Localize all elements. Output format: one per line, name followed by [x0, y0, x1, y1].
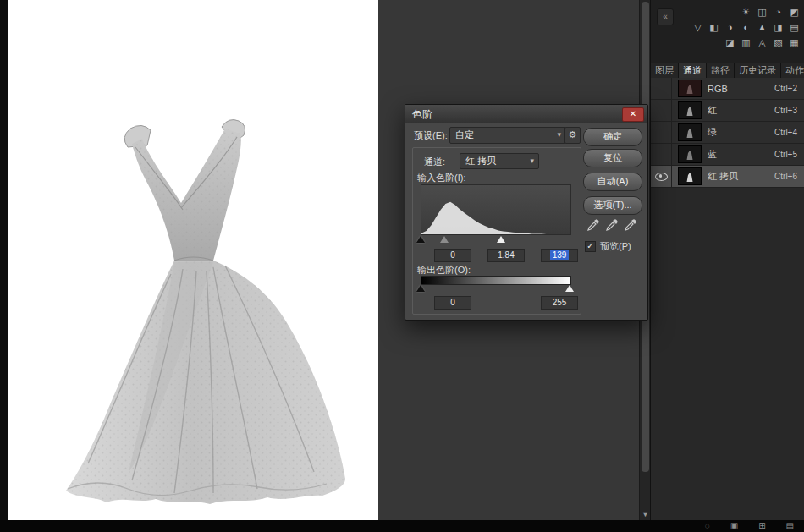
channels-footer: ◌ ▣ ⊞ ▤: [705, 520, 794, 532]
tab-history[interactable]: 历史记录: [735, 63, 781, 78]
levels-icon[interactable]: ◫: [756, 6, 768, 18]
preset-options-gear-icon[interactable]: ⚙: [564, 127, 581, 144]
selected-text: 139: [550, 250, 570, 260]
color-balance-icon[interactable]: ◑: [724, 21, 736, 33]
levels-dialog: 色阶 ✕ 预设(E): 自定 ⚙ 确定 复位 自动(A) 选项(T)...: [405, 104, 648, 321]
visibility-toggle[interactable]: [651, 100, 672, 121]
channel-shortcut: Ctrl+2: [774, 84, 804, 93]
bottom-bar: ◌ ▣ ⊞ ▤: [0, 520, 804, 532]
eyedropper-group: [586, 218, 637, 232]
tab-channels[interactable]: 通道: [679, 63, 707, 78]
input-white-slider[interactable]: [497, 236, 505, 243]
preview-label: 预览(P): [600, 240, 631, 253]
load-channel-selection-icon[interactable]: ◌: [705, 520, 710, 532]
black-white-icon[interactable]: ◐: [740, 21, 752, 33]
output-white-field[interactable]: 255: [541, 296, 578, 310]
checkbox-check-icon: ✓: [585, 241, 596, 252]
color-lookup-icon[interactable]: ▤: [788, 21, 801, 33]
save-selection-as-channel-icon[interactable]: ▣: [730, 520, 738, 532]
channel-thumbnail: [678, 80, 702, 97]
channel-name: 红 拷贝: [708, 170, 774, 183]
dialog-titlebar[interactable]: 色阶 ✕: [405, 105, 647, 123]
canvas[interactable]: [8, 0, 378, 520]
vibrance-icon[interactable]: ▽: [691, 21, 704, 33]
output-white-slider[interactable]: [565, 285, 574, 292]
visibility-toggle[interactable]: [651, 166, 672, 187]
channel-thumbnail: [678, 123, 702, 141]
channel-row-red[interactable]: 红 Ctrl+3: [651, 100, 804, 122]
channel-thumbnail: [678, 167, 702, 185]
output-black-slider[interactable]: [416, 285, 425, 292]
channel-label: 通道:: [424, 156, 445, 168]
channel-name: 绿: [708, 126, 774, 139]
adjustments-panel: ☀ ◫ ◔ ◩ ▽ ◧ ◑ ◐ ▲ ◨ ▤ ◪ ▥ ◬ ▧ ▦: [691, 6, 801, 48]
channel-row-green[interactable]: 绿 Ctrl+4: [651, 122, 804, 144]
delete-channel-icon[interactable]: ▤: [786, 520, 794, 532]
channel-row-red-copy[interactable]: 红 拷贝 Ctrl+6: [651, 166, 804, 188]
collapse-dock-icon[interactable]: «: [657, 8, 674, 25]
selective-color-icon[interactable]: ▦: [788, 36, 801, 48]
channel-shortcut: Ctrl+6: [774, 172, 804, 181]
eye-icon: [655, 173, 668, 181]
dress-image: [47, 108, 369, 514]
gray-point-eyedropper-icon[interactable]: [605, 218, 619, 232]
channel-value: 红 拷贝: [465, 156, 496, 166]
tab-layers[interactable]: 图层: [651, 63, 679, 78]
gradient-map-icon[interactable]: ▧: [772, 36, 785, 48]
preset-value: 自定: [455, 129, 474, 140]
reset-button[interactable]: 复位: [583, 149, 642, 167]
preset-label: 预设(E):: [414, 129, 448, 142]
exposure-icon[interactable]: ◩: [788, 6, 801, 18]
new-channel-icon[interactable]: ⊞: [758, 520, 765, 532]
black-point-eyedropper-icon[interactable]: [586, 218, 600, 232]
channel-thumbnail: [678, 101, 702, 119]
output-slider-track: [421, 284, 570, 293]
close-icon[interactable]: ✕: [622, 107, 644, 122]
curves-icon[interactable]: ◔: [772, 6, 785, 18]
ok-button[interactable]: 确定: [583, 128, 642, 146]
pasteboard-left: [0, 0, 8, 520]
histogram: [421, 184, 571, 235]
input-white-field[interactable]: 139: [541, 249, 578, 262]
input-black-slider[interactable]: [416, 236, 425, 243]
output-black-field[interactable]: 0: [434, 296, 471, 310]
input-black-field[interactable]: 0: [434, 249, 471, 262]
channel-shortcut: Ctrl+5: [774, 150, 804, 159]
channel-row-rgb[interactable]: RGB Ctrl+2: [651, 78, 804, 100]
auto-button[interactable]: 自动(A): [583, 173, 642, 191]
preset-dropdown[interactable]: 自定: [449, 127, 566, 144]
threshold-icon[interactable]: ◬: [756, 36, 768, 48]
hue-saturation-icon[interactable]: ◧: [708, 21, 720, 33]
visibility-toggle[interactable]: [651, 144, 672, 165]
channel-thumbnail: [678, 145, 702, 163]
visibility-toggle[interactable]: [651, 122, 672, 143]
channel-shortcut: Ctrl+3: [774, 106, 804, 115]
options-button[interactable]: 选项(T)...: [583, 196, 642, 215]
input-levels-label: 输入色阶(I):: [417, 172, 465, 184]
visibility-toggle[interactable]: [651, 78, 672, 99]
photo-filter-icon[interactable]: ▲: [756, 21, 768, 33]
input-gamma-field[interactable]: 1.84: [487, 249, 525, 262]
channel-row-blue[interactable]: 蓝 Ctrl+5: [651, 144, 804, 166]
tab-actions[interactable]: 动作: [781, 63, 804, 78]
output-levels-label: 输出色阶(O):: [417, 264, 471, 277]
channel-shortcut: Ctrl+4: [774, 128, 804, 137]
white-point-eyedropper-icon[interactable]: [624, 218, 637, 232]
tab-paths[interactable]: 路径: [707, 63, 735, 78]
panel-tabbar: 图层 通道 路径 历史记录 动作: [651, 63, 804, 78]
brightness-contrast-icon[interactable]: ☀: [740, 6, 752, 18]
posterize-icon[interactable]: ▥: [740, 36, 752, 48]
channels-panel: RGB Ctrl+2 红 Ctrl+3 绿 Ctrl+4: [651, 78, 804, 520]
channel-dropdown[interactable]: 红 拷贝: [460, 153, 539, 169]
preview-checkbox[interactable]: ✓ 预览(P): [585, 240, 631, 253]
channel-name: RGB: [708, 84, 774, 94]
invert-icon[interactable]: ◪: [724, 36, 736, 48]
channel-name: 红: [708, 104, 774, 117]
dialog-title: 色阶: [412, 107, 432, 122]
input-midtone-slider[interactable]: [440, 236, 449, 243]
photoshop-window: ▼ « ☀ ◫ ◔ ◩ ▽ ◧ ◑ ◐ ▲ ◨ ▤ ◪ ▥: [0, 0, 804, 532]
input-slider-track: [421, 235, 570, 244]
panel-dock: « ☀ ◫ ◔ ◩ ▽ ◧ ◑ ◐ ▲ ◨ ▤ ◪ ▥ ◬ ▧: [650, 0, 804, 520]
channel-mixer-icon[interactable]: ◨: [772, 21, 785, 33]
channel-name: 蓝: [708, 148, 774, 161]
